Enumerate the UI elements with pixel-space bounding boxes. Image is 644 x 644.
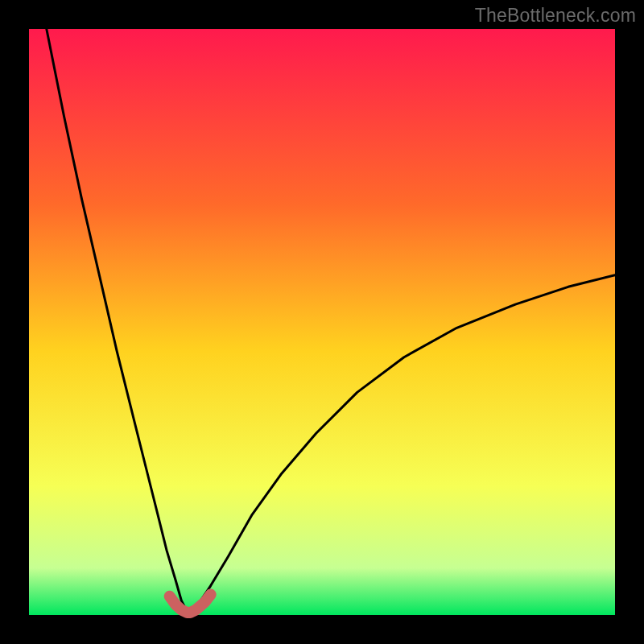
plot-background [29, 29, 615, 615]
bottleneck-chart [0, 0, 644, 644]
app-frame: TheBottleneck.com [0, 0, 644, 644]
